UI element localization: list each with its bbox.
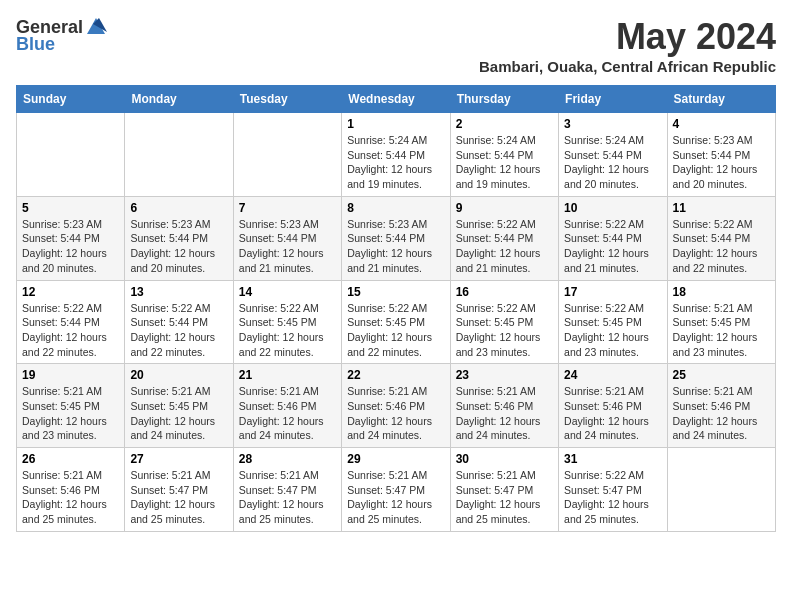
day-info: Sunrise: 5:21 AM Sunset: 5:46 PM Dayligh… bbox=[673, 384, 770, 443]
day-cell: 21Sunrise: 5:21 AM Sunset: 5:46 PM Dayli… bbox=[233, 364, 341, 448]
day-number: 5 bbox=[22, 201, 119, 215]
day-cell bbox=[17, 113, 125, 197]
header-day-monday: Monday bbox=[125, 86, 233, 113]
day-info: Sunrise: 5:22 AM Sunset: 5:45 PM Dayligh… bbox=[239, 301, 336, 360]
day-number: 20 bbox=[130, 368, 227, 382]
header-day-wednesday: Wednesday bbox=[342, 86, 450, 113]
day-number: 17 bbox=[564, 285, 661, 299]
day-cell: 28Sunrise: 5:21 AM Sunset: 5:47 PM Dayli… bbox=[233, 448, 341, 532]
day-number: 2 bbox=[456, 117, 553, 131]
header-day-sunday: Sunday bbox=[17, 86, 125, 113]
location-title: Bambari, Ouaka, Central African Republic bbox=[479, 58, 776, 75]
day-cell bbox=[667, 448, 775, 532]
day-cell: 27Sunrise: 5:21 AM Sunset: 5:47 PM Dayli… bbox=[125, 448, 233, 532]
day-number: 16 bbox=[456, 285, 553, 299]
day-info: Sunrise: 5:21 AM Sunset: 5:47 PM Dayligh… bbox=[130, 468, 227, 527]
logo-icon bbox=[85, 16, 107, 38]
day-info: Sunrise: 5:23 AM Sunset: 5:44 PM Dayligh… bbox=[130, 217, 227, 276]
day-info: Sunrise: 5:23 AM Sunset: 5:44 PM Dayligh… bbox=[347, 217, 444, 276]
day-cell: 20Sunrise: 5:21 AM Sunset: 5:45 PM Dayli… bbox=[125, 364, 233, 448]
week-row-1: 1Sunrise: 5:24 AM Sunset: 5:44 PM Daylig… bbox=[17, 113, 776, 197]
day-number: 30 bbox=[456, 452, 553, 466]
day-info: Sunrise: 5:22 AM Sunset: 5:44 PM Dayligh… bbox=[564, 217, 661, 276]
day-number: 1 bbox=[347, 117, 444, 131]
day-number: 19 bbox=[22, 368, 119, 382]
day-number: 10 bbox=[564, 201, 661, 215]
day-number: 7 bbox=[239, 201, 336, 215]
day-info: Sunrise: 5:22 AM Sunset: 5:45 PM Dayligh… bbox=[456, 301, 553, 360]
header-row: SundayMondayTuesdayWednesdayThursdayFrid… bbox=[17, 86, 776, 113]
day-info: Sunrise: 5:22 AM Sunset: 5:44 PM Dayligh… bbox=[673, 217, 770, 276]
day-info: Sunrise: 5:21 AM Sunset: 5:45 PM Dayligh… bbox=[130, 384, 227, 443]
day-number: 18 bbox=[673, 285, 770, 299]
day-info: Sunrise: 5:21 AM Sunset: 5:47 PM Dayligh… bbox=[456, 468, 553, 527]
day-number: 22 bbox=[347, 368, 444, 382]
day-cell: 3Sunrise: 5:24 AM Sunset: 5:44 PM Daylig… bbox=[559, 113, 667, 197]
day-cell: 8Sunrise: 5:23 AM Sunset: 5:44 PM Daylig… bbox=[342, 196, 450, 280]
day-cell: 14Sunrise: 5:22 AM Sunset: 5:45 PM Dayli… bbox=[233, 280, 341, 364]
day-cell: 7Sunrise: 5:23 AM Sunset: 5:44 PM Daylig… bbox=[233, 196, 341, 280]
day-number: 12 bbox=[22, 285, 119, 299]
day-cell: 19Sunrise: 5:21 AM Sunset: 5:45 PM Dayli… bbox=[17, 364, 125, 448]
header: General Blue May 2024 Bambari, Ouaka, Ce… bbox=[16, 16, 776, 75]
month-title: May 2024 bbox=[479, 16, 776, 58]
day-cell: 13Sunrise: 5:22 AM Sunset: 5:44 PM Dayli… bbox=[125, 280, 233, 364]
day-number: 15 bbox=[347, 285, 444, 299]
day-info: Sunrise: 5:21 AM Sunset: 5:46 PM Dayligh… bbox=[347, 384, 444, 443]
week-row-5: 26Sunrise: 5:21 AM Sunset: 5:46 PM Dayli… bbox=[17, 448, 776, 532]
day-cell: 25Sunrise: 5:21 AM Sunset: 5:46 PM Dayli… bbox=[667, 364, 775, 448]
day-info: Sunrise: 5:21 AM Sunset: 5:46 PM Dayligh… bbox=[456, 384, 553, 443]
day-info: Sunrise: 5:22 AM Sunset: 5:45 PM Dayligh… bbox=[347, 301, 444, 360]
day-info: Sunrise: 5:21 AM Sunset: 5:45 PM Dayligh… bbox=[22, 384, 119, 443]
header-day-thursday: Thursday bbox=[450, 86, 558, 113]
day-info: Sunrise: 5:21 AM Sunset: 5:45 PM Dayligh… bbox=[673, 301, 770, 360]
day-number: 14 bbox=[239, 285, 336, 299]
day-number: 24 bbox=[564, 368, 661, 382]
day-info: Sunrise: 5:23 AM Sunset: 5:44 PM Dayligh… bbox=[22, 217, 119, 276]
logo-blue: Blue bbox=[16, 34, 55, 55]
week-row-2: 5Sunrise: 5:23 AM Sunset: 5:44 PM Daylig… bbox=[17, 196, 776, 280]
day-cell: 1Sunrise: 5:24 AM Sunset: 5:44 PM Daylig… bbox=[342, 113, 450, 197]
day-cell: 16Sunrise: 5:22 AM Sunset: 5:45 PM Dayli… bbox=[450, 280, 558, 364]
day-info: Sunrise: 5:24 AM Sunset: 5:44 PM Dayligh… bbox=[456, 133, 553, 192]
day-info: Sunrise: 5:21 AM Sunset: 5:46 PM Dayligh… bbox=[564, 384, 661, 443]
day-number: 4 bbox=[673, 117, 770, 131]
day-cell: 12Sunrise: 5:22 AM Sunset: 5:44 PM Dayli… bbox=[17, 280, 125, 364]
day-cell: 9Sunrise: 5:22 AM Sunset: 5:44 PM Daylig… bbox=[450, 196, 558, 280]
day-number: 3 bbox=[564, 117, 661, 131]
day-cell: 10Sunrise: 5:22 AM Sunset: 5:44 PM Dayli… bbox=[559, 196, 667, 280]
day-cell: 4Sunrise: 5:23 AM Sunset: 5:44 PM Daylig… bbox=[667, 113, 775, 197]
day-number: 29 bbox=[347, 452, 444, 466]
day-number: 9 bbox=[456, 201, 553, 215]
day-info: Sunrise: 5:22 AM Sunset: 5:44 PM Dayligh… bbox=[130, 301, 227, 360]
day-cell: 5Sunrise: 5:23 AM Sunset: 5:44 PM Daylig… bbox=[17, 196, 125, 280]
week-row-3: 12Sunrise: 5:22 AM Sunset: 5:44 PM Dayli… bbox=[17, 280, 776, 364]
day-number: 21 bbox=[239, 368, 336, 382]
day-cell: 15Sunrise: 5:22 AM Sunset: 5:45 PM Dayli… bbox=[342, 280, 450, 364]
day-number: 27 bbox=[130, 452, 227, 466]
day-number: 6 bbox=[130, 201, 227, 215]
day-info: Sunrise: 5:22 AM Sunset: 5:44 PM Dayligh… bbox=[456, 217, 553, 276]
day-info: Sunrise: 5:21 AM Sunset: 5:47 PM Dayligh… bbox=[347, 468, 444, 527]
logo: General Blue bbox=[16, 16, 107, 55]
day-cell: 17Sunrise: 5:22 AM Sunset: 5:45 PM Dayli… bbox=[559, 280, 667, 364]
day-cell: 30Sunrise: 5:21 AM Sunset: 5:47 PM Dayli… bbox=[450, 448, 558, 532]
day-info: Sunrise: 5:24 AM Sunset: 5:44 PM Dayligh… bbox=[347, 133, 444, 192]
calendar-table: SundayMondayTuesdayWednesdayThursdayFrid… bbox=[16, 85, 776, 532]
day-number: 8 bbox=[347, 201, 444, 215]
day-number: 13 bbox=[130, 285, 227, 299]
day-cell bbox=[233, 113, 341, 197]
day-cell: 24Sunrise: 5:21 AM Sunset: 5:46 PM Dayli… bbox=[559, 364, 667, 448]
day-info: Sunrise: 5:22 AM Sunset: 5:47 PM Dayligh… bbox=[564, 468, 661, 527]
day-info: Sunrise: 5:24 AM Sunset: 5:44 PM Dayligh… bbox=[564, 133, 661, 192]
day-cell: 26Sunrise: 5:21 AM Sunset: 5:46 PM Dayli… bbox=[17, 448, 125, 532]
day-cell bbox=[125, 113, 233, 197]
day-cell: 23Sunrise: 5:21 AM Sunset: 5:46 PM Dayli… bbox=[450, 364, 558, 448]
day-number: 11 bbox=[673, 201, 770, 215]
day-info: Sunrise: 5:22 AM Sunset: 5:45 PM Dayligh… bbox=[564, 301, 661, 360]
day-number: 23 bbox=[456, 368, 553, 382]
day-cell: 31Sunrise: 5:22 AM Sunset: 5:47 PM Dayli… bbox=[559, 448, 667, 532]
day-info: Sunrise: 5:21 AM Sunset: 5:46 PM Dayligh… bbox=[22, 468, 119, 527]
day-cell: 2Sunrise: 5:24 AM Sunset: 5:44 PM Daylig… bbox=[450, 113, 558, 197]
header-day-friday: Friday bbox=[559, 86, 667, 113]
